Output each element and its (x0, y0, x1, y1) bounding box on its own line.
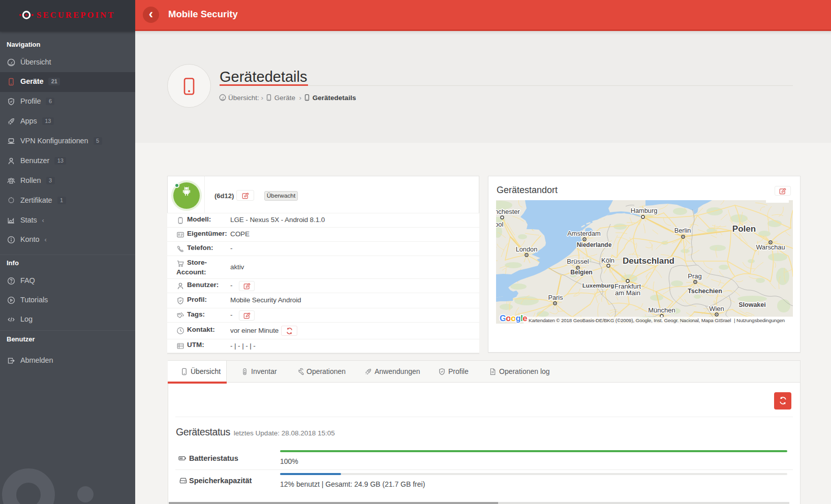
svg-text:am Main: am Main (615, 289, 640, 297)
svg-text:Hamburg: Hamburg (631, 207, 658, 214)
svg-text:| Nutzungsbedingungen: | Nutzungsbedingungen (734, 318, 785, 323)
svg-text:Warschau: Warschau (756, 243, 785, 251)
svg-text:nchester: nchester (496, 208, 520, 215)
svg-text:Berlin: Berlin (674, 227, 691, 234)
svg-text:Tschechien: Tschechien (688, 288, 722, 295)
svg-text:Paris: Paris (548, 294, 563, 301)
svg-text:Wien: Wien (709, 305, 724, 312)
svg-text:Prag: Prag (688, 272, 701, 280)
svg-text:Niederlande: Niederlande (577, 241, 612, 248)
svg-text:Kartendaten © 2018 GeoBasis-DE: Kartendaten © 2018 GeoBasis-DE/BKG (©200… (529, 318, 731, 323)
svg-text:London: London (516, 245, 538, 253)
svg-text:Slowakei: Slowakei (738, 301, 766, 308)
svg-text:Google: Google (500, 313, 527, 323)
svg-text:Deutschland: Deutschland (623, 256, 674, 266)
svg-text:Köln: Köln (601, 257, 614, 264)
svg-text:Brüssel: Brüssel (567, 258, 589, 265)
svg-text:München: München (648, 306, 675, 314)
svg-text:Polen: Polen (732, 224, 756, 234)
svg-text:Luxemburg: Luxemburg (582, 282, 614, 289)
svg-text:ool: ool (496, 220, 503, 228)
svg-text:Belgien: Belgien (570, 269, 592, 276)
svg-text:Amsterdam: Amsterdam (567, 230, 600, 237)
